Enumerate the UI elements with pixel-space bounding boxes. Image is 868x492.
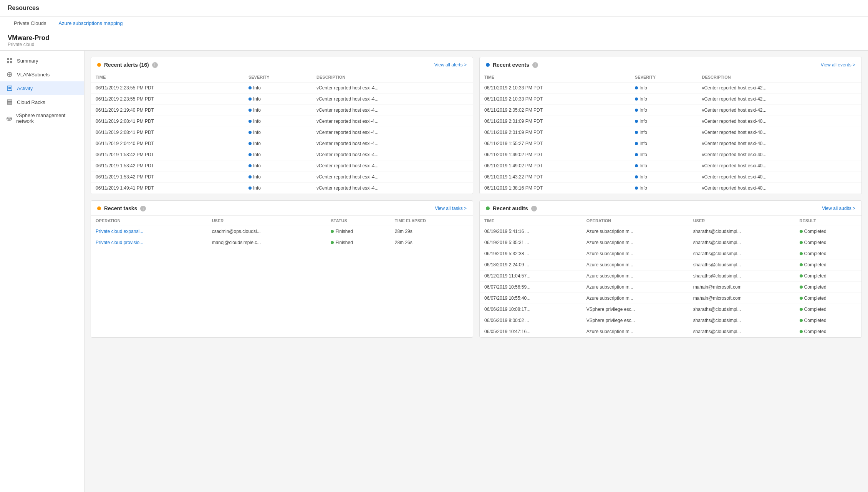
sidebar: Summary VLAN/Subnets Activity Cloud Rack… [0, 51, 84, 492]
table-row: 06/11/2019 2:08:41 PM PDT Info vCenter r… [91, 116, 473, 127]
svg-rect-3 [10, 61, 12, 63]
sidebar-label-vlan: VLAN/Subnets [17, 72, 50, 78]
events-col-time: TIME [480, 72, 630, 83]
alerts-title: Recent alerts (16) [104, 62, 149, 68]
table-row: 06/11/2019 1:55:27 PM PDT Info vCenter r… [480, 138, 861, 149]
table-row: 06/11/2019 1:38:16 PM PDT Info vCenter r… [480, 183, 861, 194]
audits-view-all-link[interactable]: View all audits > [822, 206, 855, 211]
table-row: 06/06/2019 8:00:02 ... VSphere privilege… [480, 315, 861, 326]
app-title: Resources [8, 5, 39, 11]
audits-col-user: USER [689, 216, 795, 226]
table-row: 06/19/2019 5:32:38 ... Azure subscriptio… [480, 248, 861, 259]
audits-panel: Recent audits i View all audits > TIME O… [479, 200, 862, 338]
sidebar-label-vsphere: vSphere management network [16, 112, 78, 124]
alerts-dot [97, 63, 101, 67]
svg-rect-10 [7, 103, 12, 104]
tab-private-clouds[interactable]: Private Clouds [8, 17, 53, 31]
audits-info-icon: i [531, 206, 537, 211]
alerts-table-scroll[interactable]: TIME SEVERITY DESCRIPTION 06/11/2019 2:2… [91, 72, 473, 194]
table-row: 06/11/2019 2:10:33 PM PDT Info vCenter r… [480, 83, 861, 94]
alerts-table: TIME SEVERITY DESCRIPTION 06/11/2019 2:2… [91, 72, 473, 194]
table-row: 06/11/2019 1:43:22 PM PDT Info vCenter r… [480, 172, 861, 183]
alerts-col-severity: SEVERITY [244, 72, 312, 83]
tabs-bar: Private Clouds Azure subscriptions mappi… [0, 17, 868, 31]
audits-col-operation: OPERATION [582, 216, 689, 226]
alerts-info-icon: i [152, 62, 158, 68]
table-row: 06/05/2019 10:47:16... Azure subscriptio… [480, 326, 861, 337]
sidebar-label-cloud-racks: Cloud Racks [17, 99, 45, 105]
tasks-col-status: STATUS [326, 216, 390, 226]
events-table: TIME SEVERITY DESCRIPTION 06/11/2019 2:1… [480, 72, 861, 194]
sidebar-item-activity[interactable]: Activity [0, 81, 84, 95]
sidebar-item-vsphere[interactable]: vSphere management network [0, 109, 84, 127]
events-col-severity: SEVERITY [630, 72, 697, 83]
tasks-col-operation: OPERATION [91, 216, 207, 226]
table-row: 06/11/2019 2:10:33 PM PDT Info vCenter r… [480, 94, 861, 105]
table-row: 06/11/2019 1:53:42 PM PDT Info vCenter r… [91, 172, 473, 183]
table-row: 06/11/2019 1:49:02 PM PDT Info vCenter r… [480, 149, 861, 160]
rack-icon [6, 99, 13, 106]
table-row: 06/07/2019 10:55:40... Azure subscriptio… [480, 293, 861, 304]
panels-grid: Recent alerts (16) i View all alerts > T… [91, 57, 862, 338]
events-panel-header: Recent events i View all events > [480, 57, 861, 72]
tasks-col-elapsed: TIME ELAPSED [390, 216, 473, 226]
sidebar-label-activity: Activity [17, 86, 33, 91]
table-row: 06/18/2019 2:24:09 ... Azure subscriptio… [480, 259, 861, 271]
audits-dot [486, 206, 490, 210]
activity-icon [6, 85, 13, 92]
cloud-header: VMware-Prod Private cloud [0, 31, 868, 51]
table-row: 06/11/2019 1:49:02 PM PDT Info vCenter r… [480, 160, 861, 172]
tasks-view-all-link[interactable]: View all tasks > [435, 206, 467, 211]
tasks-panel-header: Recent tasks i View all tasks > [91, 201, 473, 216]
vsphere-icon [6, 115, 12, 122]
table-row: 06/11/2019 2:01:09 PM PDT Info vCenter r… [480, 127, 861, 138]
grid-icon [6, 57, 13, 64]
main-layout: Summary VLAN/Subnets Activity Cloud Rack… [0, 51, 868, 492]
sidebar-item-vlan[interactable]: VLAN/Subnets [0, 68, 84, 81]
events-dot [486, 63, 490, 67]
svg-rect-8 [7, 100, 12, 101]
table-row: 06/11/2019 2:23:55 PM PDT Info vCenter r… [91, 83, 473, 94]
audits-table-scroll[interactable]: TIME OPERATION USER RESULT 06/19/2019 5:… [480, 216, 861, 337]
table-row: 06/06/2019 10:08:17... VSphere privilege… [480, 304, 861, 315]
tasks-col-user: USER [207, 216, 326, 226]
cloud-type: Private cloud [8, 42, 860, 47]
cloud-name: VMware-Prod [8, 34, 860, 42]
events-table-scroll[interactable]: TIME SEVERITY DESCRIPTION 06/11/2019 2:1… [480, 72, 861, 194]
audits-table: TIME OPERATION USER RESULT 06/19/2019 5:… [480, 216, 861, 337]
sidebar-item-summary[interactable]: Summary [0, 54, 84, 68]
svg-rect-1 [10, 58, 12, 60]
app-header: Resources Private Clouds Azure subscript… [0, 0, 868, 51]
table-row: 06/11/2019 2:01:09 PM PDT Info vCenter r… [480, 116, 861, 127]
events-title: Recent events [493, 62, 529, 68]
events-panel: Recent events i View all events > TIME S… [479, 57, 862, 194]
table-row: Private cloud expansi... csadmin@ops.clo… [91, 226, 473, 237]
table-row: 06/11/2019 1:53:42 PM PDT Info vCenter r… [91, 160, 473, 172]
tab-azure-subscriptions[interactable]: Azure subscriptions mapping [53, 17, 129, 31]
svg-rect-2 [7, 61, 9, 63]
svg-rect-9 [7, 102, 12, 103]
events-view-all-link[interactable]: View all events > [821, 62, 855, 68]
table-row: 06/19/2019 5:35:31 ... Azure subscriptio… [480, 237, 861, 248]
alerts-view-all-link[interactable]: View all alerts > [434, 62, 467, 68]
events-col-description: DESCRIPTION [697, 72, 861, 83]
svg-rect-0 [7, 58, 9, 60]
sidebar-item-cloud-racks[interactable]: Cloud Racks [0, 95, 84, 109]
audits-title: Recent audits [493, 205, 528, 211]
audits-panel-header: Recent audits i View all audits > [480, 201, 861, 216]
sidebar-label-summary: Summary [17, 58, 38, 64]
alerts-panel-header: Recent alerts (16) i View all alerts > [91, 57, 473, 72]
svg-rect-5 [7, 86, 12, 91]
tasks-dot [97, 206, 101, 210]
tasks-table: OPERATION USER STATUS TIME ELAPSED Priva… [91, 216, 473, 248]
table-row: 06/12/2019 11:04:57... Azure subscriptio… [480, 271, 861, 282]
alerts-col-description: DESCRIPTION [312, 72, 473, 83]
audits-col-result: RESULT [795, 216, 861, 226]
table-row: 06/11/2019 2:08:41 PM PDT Info vCenter r… [91, 127, 473, 138]
network-icon [6, 71, 13, 78]
table-row: 06/11/2019 1:53:42 PM PDT Info vCenter r… [91, 149, 473, 160]
events-info-icon: i [532, 62, 538, 68]
alerts-col-time: TIME [91, 72, 244, 83]
table-row: 06/11/2019 1:49:41 PM PDT Info vCenter r… [91, 183, 473, 194]
table-row: 06/07/2019 10:56:59... Azure subscriptio… [480, 282, 861, 293]
